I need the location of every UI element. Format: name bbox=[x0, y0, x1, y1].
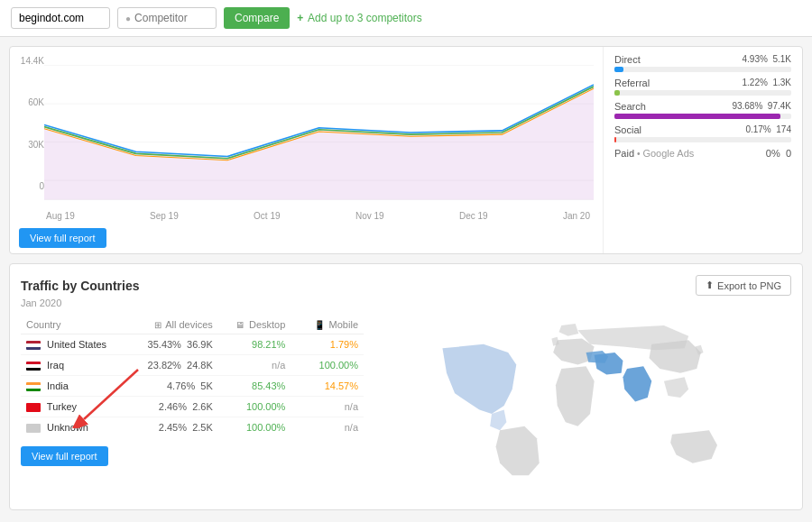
country-flag-iq bbox=[26, 362, 41, 371]
chart-area: 14.4K 60K 30K 0 bbox=[10, 47, 604, 253]
competitor-input-wrapper: ● bbox=[117, 7, 217, 29]
competitor-input[interactable] bbox=[134, 12, 207, 24]
source-bar-search bbox=[614, 114, 780, 119]
period-label: Jan 2020 bbox=[21, 298, 791, 308]
country-name: United States bbox=[47, 339, 106, 350]
table-row: Iraq 23.82% 24.8K n/a 100.00% bbox=[21, 355, 364, 376]
source-bar-direct bbox=[614, 67, 623, 72]
plus-icon: + bbox=[297, 12, 303, 24]
table-row: Unknown 2.45% 2.5K 100.00% n/a bbox=[21, 417, 364, 438]
source-row-direct: Direct 4.93% 5.1K bbox=[614, 54, 791, 72]
country-cell: Turkey bbox=[21, 397, 125, 417]
view-full-report-button-countries[interactable]: View full report bbox=[21, 446, 108, 466]
table-row: India 4.76% 5K 85.43% 14.57% bbox=[21, 376, 364, 397]
x-label-aug: Aug 19 bbox=[46, 211, 75, 221]
x-label-oct: Oct 19 bbox=[254, 211, 280, 221]
main-content: 14.4K 60K 30K 0 bbox=[0, 37, 812, 519]
country-cell: Unknown bbox=[21, 417, 125, 438]
source-bar-social bbox=[614, 137, 616, 142]
mobile-cell: n/a bbox=[291, 417, 364, 438]
x-label-jan: Jan 20 bbox=[563, 211, 590, 221]
source-name-social: Social bbox=[614, 124, 641, 135]
devices-cell: 2.45% 2.5K bbox=[125, 417, 218, 438]
th-mobile: 📱 Mobile bbox=[291, 316, 364, 334]
countries-table: Country ⊞ All devices 🖥 Desktop bbox=[21, 316, 364, 437]
source-values-social: 0.17% 174 bbox=[745, 124, 791, 135]
country-name: Unknown bbox=[47, 422, 88, 433]
paid-row: Paid • Google Ads 0% 0 bbox=[614, 148, 791, 159]
country-cell: India bbox=[21, 376, 125, 397]
paid-label: Paid • Google Ads bbox=[614, 148, 694, 159]
mobile-cell: 14.57% bbox=[291, 376, 364, 397]
y-label-mid2: 30K bbox=[19, 140, 44, 150]
source-bar-referral bbox=[614, 90, 620, 96]
country-name: Turkey bbox=[47, 401, 77, 412]
devices-cell: 23.82% 24.8K bbox=[125, 355, 218, 376]
devices-cell: 4.76% 5K bbox=[125, 376, 218, 397]
countries-table-body: United States 35.43% 36.9K 98.21% 1.79% … bbox=[21, 334, 364, 438]
mobile-cell: 1.79% bbox=[291, 334, 364, 355]
add-competitors-link[interactable]: + Add up to 3 competitors bbox=[297, 12, 421, 24]
source-row-search: Search 93.68% 97.4K bbox=[614, 101, 791, 119]
source-row-social: Social 0.17% 174 bbox=[614, 124, 791, 142]
country-flag-us bbox=[26, 341, 41, 350]
x-label-sep: Sep 19 bbox=[150, 211, 179, 221]
table-row: United States 35.43% 36.9K 98.21% 1.79% bbox=[21, 334, 364, 355]
country-cell: United States bbox=[21, 334, 125, 355]
countries-content: Country ⊞ All devices 🖥 Desktop bbox=[21, 316, 791, 499]
source-name-search: Search bbox=[614, 101, 646, 112]
countries-section: Traffic by Countries ⬆ Export to PNG Jan… bbox=[9, 263, 803, 510]
source-bar-bg-social bbox=[614, 137, 791, 142]
th-all-devices: ⊞ All devices bbox=[125, 316, 218, 334]
devices-cell: 2.46% 2.6K bbox=[125, 397, 218, 417]
mobile-icon: 📱 bbox=[314, 320, 325, 330]
top-bar: ● Compare + Add up to 3 competitors bbox=[0, 0, 812, 37]
compare-button[interactable]: Compare bbox=[224, 7, 290, 29]
country-flag-tr bbox=[26, 403, 41, 412]
country-name: Iraq bbox=[47, 360, 64, 371]
table-area: Country ⊞ All devices 🖥 Desktop bbox=[21, 316, 364, 499]
domain-input[interactable] bbox=[11, 7, 110, 29]
devices-cell: 35.43% 36.9K bbox=[125, 334, 218, 355]
source-row-referral: Referral 1.22% 1.3K bbox=[614, 78, 791, 96]
country-flag-in bbox=[26, 382, 41, 391]
th-country: Country bbox=[21, 316, 125, 334]
source-values-direct: 4.93% 5.1K bbox=[743, 54, 792, 65]
desktop-icon: 🖥 bbox=[235, 320, 245, 330]
table-row: Turkey 2.46% 2.6K 100.00% n/a bbox=[21, 397, 364, 417]
x-axis-labels: Aug 19 Sep 19 Oct 19 Nov 19 Dec 19 Jan 2… bbox=[19, 209, 594, 221]
y-axis-labels: 14.4K 60K 30K 0 bbox=[19, 56, 44, 191]
export-icon: ⬆ bbox=[706, 279, 714, 291]
mobile-cell: n/a bbox=[291, 397, 364, 417]
traffic-chart-svg bbox=[44, 56, 594, 209]
traffic-section: 14.4K 60K 30K 0 bbox=[9, 46, 803, 254]
th-desktop: 🖥 Desktop bbox=[218, 316, 291, 334]
paid-values: 0% 0 bbox=[766, 148, 791, 159]
source-bar-bg-search bbox=[614, 114, 791, 119]
y-label-top: 14.4K bbox=[19, 56, 44, 66]
source-name-direct: Direct bbox=[614, 54, 641, 65]
country-flag-unknown bbox=[26, 424, 41, 433]
country-cell: Iraq bbox=[21, 355, 125, 376]
table-header-row: Country ⊞ All devices 🖥 Desktop bbox=[21, 316, 364, 334]
desktop-cell: 100.00% bbox=[218, 397, 291, 417]
country-name: India bbox=[47, 380, 69, 391]
y-label-bottom: 0 bbox=[19, 181, 44, 191]
section-title: Traffic by Countries bbox=[21, 279, 139, 293]
x-label-dec: Dec 19 bbox=[459, 211, 488, 221]
export-png-button[interactable]: ⬆ Export to PNG bbox=[696, 275, 791, 296]
devices-icon: ⊞ bbox=[154, 320, 161, 330]
source-bar-bg-referral bbox=[614, 90, 791, 96]
view-full-report-button-top[interactable]: View full report bbox=[19, 228, 106, 248]
source-name-referral: Referral bbox=[614, 78, 650, 88]
desktop-cell: 98.21% bbox=[218, 334, 291, 355]
x-label-nov: Nov 19 bbox=[355, 211, 384, 221]
source-values-search: 93.68% 97.4K bbox=[732, 101, 791, 112]
desktop-cell: n/a bbox=[218, 355, 291, 376]
chart-container: 14.4K 60K 30K 0 bbox=[19, 56, 594, 209]
section-header: Traffic by Countries ⬆ Export to PNG bbox=[21, 275, 791, 296]
source-values-referral: 1.22% 1.3K bbox=[743, 78, 792, 88]
world-map-svg bbox=[373, 316, 791, 496]
map-area bbox=[373, 316, 791, 499]
y-label-mid1: 60K bbox=[19, 97, 44, 107]
